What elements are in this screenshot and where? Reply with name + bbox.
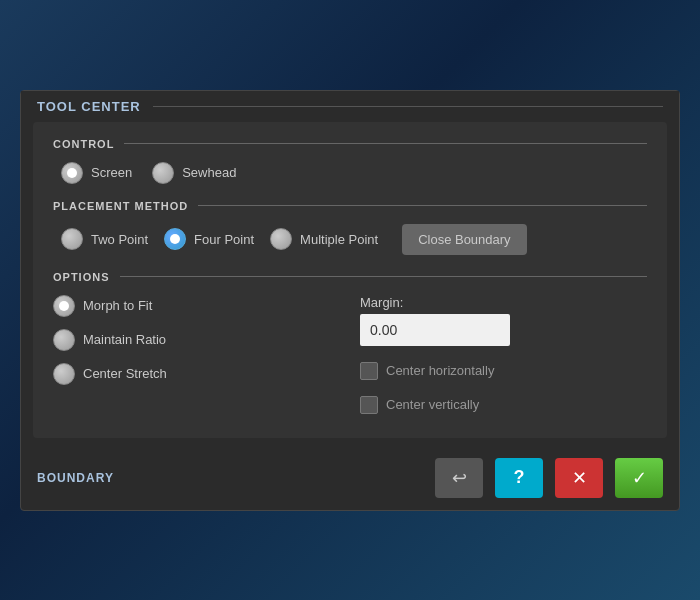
placement-section-header: PLACEMENT METHOD — [53, 200, 647, 212]
maintain-radio-inner — [59, 335, 69, 345]
cancel-button[interactable]: ✕ — [555, 458, 603, 498]
multiple-point-radio-outer — [270, 228, 292, 250]
maintain-ratio-radio[interactable]: Maintain Ratio — [53, 329, 340, 351]
center-stretch-radio[interactable]: Center Stretch — [53, 363, 340, 385]
four-point-radio[interactable]: Four Point — [164, 228, 254, 250]
maintain-radio-outer — [53, 329, 75, 351]
sewhead-radio[interactable]: Sewhead — [152, 162, 236, 184]
sewhead-radio-outer — [152, 162, 174, 184]
options-divider — [120, 276, 647, 277]
control-divider — [124, 143, 647, 144]
undo-button[interactable]: ↩ — [435, 458, 483, 498]
morph-radio-inner — [59, 301, 69, 311]
boundary-label: BOUNDARY — [37, 471, 423, 485]
margin-input[interactable] — [360, 314, 510, 346]
placement-label: PLACEMENT METHOD — [53, 200, 188, 212]
two-point-radio-inner — [67, 234, 77, 244]
options-left: Morph to Fit Maintain Ratio Center Stret… — [53, 295, 340, 414]
confirm-icon: ✓ — [632, 467, 647, 489]
confirm-button[interactable]: ✓ — [615, 458, 663, 498]
center-stretch-label: Center Stretch — [83, 366, 167, 381]
morph-to-fit-label: Morph to Fit — [83, 298, 152, 313]
two-point-radio[interactable]: Two Point — [61, 228, 148, 250]
title-divider — [153, 106, 663, 107]
center-horizontally-label: Center horizontally — [386, 363, 494, 378]
sewhead-radio-label: Sewhead — [182, 165, 236, 180]
close-boundary-button[interactable]: Close Boundary — [402, 224, 527, 255]
window-title: TOOL CENTER — [37, 99, 141, 114]
center-horizontally-row[interactable]: Center horizontally — [360, 362, 647, 380]
four-point-radio-outer — [164, 228, 186, 250]
four-point-radio-inner — [170, 234, 180, 244]
maintain-ratio-label: Maintain Ratio — [83, 332, 166, 347]
center-horizontally-checkbox[interactable] — [360, 362, 378, 380]
undo-icon: ↩ — [452, 467, 467, 489]
title-bar: TOOL CENTER — [21, 91, 679, 122]
morph-to-fit-radio[interactable]: Morph to Fit — [53, 295, 340, 317]
screen-radio-outer — [61, 162, 83, 184]
options-section-header: OPTIONS — [53, 271, 647, 283]
content-area: CONTROL Screen Sewhead PLACEMENT METHOD — [33, 122, 667, 438]
main-panel: TOOL CENTER CONTROL Screen Sewhead — [20, 90, 680, 511]
multiple-point-radio[interactable]: Multiple Point — [270, 228, 378, 250]
center-stretch-radio-outer — [53, 363, 75, 385]
two-point-radio-label: Two Point — [91, 232, 148, 247]
options-right: Margin: Center horizontally Center verti… — [360, 295, 647, 414]
sewhead-radio-inner — [158, 168, 168, 178]
placement-radio-row: Two Point Four Point Multiple Point Clos… — [53, 224, 647, 255]
two-point-radio-outer — [61, 228, 83, 250]
center-vertically-label: Center vertically — [386, 397, 479, 412]
cancel-icon: ✕ — [572, 467, 587, 489]
multiple-point-radio-label: Multiple Point — [300, 232, 378, 247]
help-icon: ? — [514, 467, 525, 488]
morph-radio-outer — [53, 295, 75, 317]
four-point-radio-label: Four Point — [194, 232, 254, 247]
center-vertically-row[interactable]: Center vertically — [360, 396, 647, 414]
help-button[interactable]: ? — [495, 458, 543, 498]
options-area: Morph to Fit Maintain Ratio Center Stret… — [53, 295, 647, 414]
multiple-point-radio-inner — [276, 234, 286, 244]
screen-radio-label: Screen — [91, 165, 132, 180]
control-section-header: CONTROL — [53, 138, 647, 150]
center-stretch-radio-inner — [59, 369, 69, 379]
control-radio-row: Screen Sewhead — [53, 162, 647, 184]
margin-section: Margin: — [360, 295, 647, 346]
placement-divider — [198, 205, 647, 206]
screen-radio-inner — [67, 168, 77, 178]
control-label: CONTROL — [53, 138, 114, 150]
bottom-bar: BOUNDARY ↩ ? ✕ ✓ — [21, 450, 679, 510]
options-label: OPTIONS — [53, 271, 110, 283]
center-vertically-checkbox[interactable] — [360, 396, 378, 414]
screen-radio[interactable]: Screen — [61, 162, 132, 184]
margin-label: Margin: — [360, 295, 647, 310]
